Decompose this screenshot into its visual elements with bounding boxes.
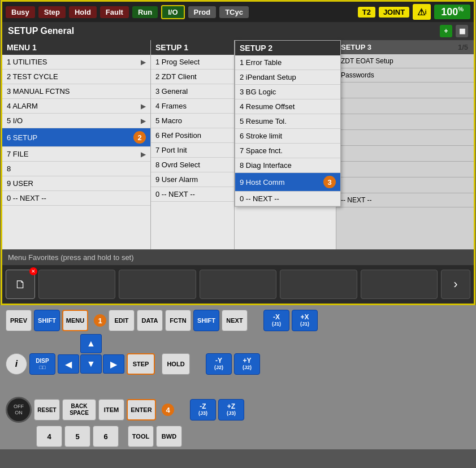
setup1-item-progselect[interactable]: 1 Prog Select xyxy=(151,55,234,70)
menu1-item-utilities[interactable]: 1 UTILITIES ▶ xyxy=(2,55,150,70)
setup3b-item2[interactable]: Passwords xyxy=(336,68,474,83)
setup3b-item1[interactable]: ZDT EOAT Setup xyxy=(336,54,474,68)
plus-icon[interactable]: + xyxy=(440,25,452,37)
minus-z-key[interactable]: -Z (J3) xyxy=(190,399,216,421)
setup3b-item5 xyxy=(336,114,474,130)
arr-right[interactable]: ▶ xyxy=(103,354,124,374)
menu-key[interactable]: MENU xyxy=(62,310,88,331)
setup3b-item6 xyxy=(336,130,474,146)
page-number: 1/5 xyxy=(458,43,468,51)
reset-key[interactable]: RESET xyxy=(34,399,60,421)
arrow-icon: ▶ xyxy=(141,58,146,66)
plus-x-key[interactable]: +X (J1) xyxy=(292,310,318,331)
knob-key[interactable]: OFFON xyxy=(6,397,32,423)
menu1-item-8[interactable]: 8 xyxy=(2,162,150,176)
edit-key[interactable]: EDIT xyxy=(109,310,135,331)
bwd-key[interactable]: BWD xyxy=(156,426,182,447)
menu1-item-alarm[interactable]: 4 ALARM ▶ xyxy=(2,99,150,114)
favorites-label: Menu Favorites (press and hold to set) xyxy=(8,253,134,262)
fault-button[interactable]: Fault xyxy=(100,6,129,18)
item-key[interactable]: ITEM xyxy=(98,399,124,421)
setup2-item-spacefnct[interactable]: 7 Space fnct. xyxy=(235,144,340,158)
prod-button[interactable]: Prod xyxy=(188,6,217,18)
setup3b-item-next[interactable]: -- NEXT -- xyxy=(336,193,474,207)
prev-key[interactable]: PREV xyxy=(6,310,32,331)
menu1-item-next[interactable]: 0 -- NEXT -- xyxy=(2,191,150,206)
menu1-item-file[interactable]: 7 FILE ▶ xyxy=(2,147,150,162)
softkey-3[interactable] xyxy=(119,270,196,299)
tcyc-button[interactable]: TCyc xyxy=(219,6,249,18)
tool-key[interactable]: TOOL xyxy=(128,426,154,447)
arr-down[interactable]: ▼ xyxy=(80,354,102,374)
setup1-item-ovrd[interactable]: 8 Ovrd Select xyxy=(151,158,234,172)
minus-x-key[interactable]: -X (J1) xyxy=(263,310,289,331)
menu-badge-1: 1 xyxy=(94,314,106,327)
screen-title-bar: SETUP General + ▦ xyxy=(2,22,474,40)
fctn-key[interactable]: FCTN xyxy=(165,310,191,331)
menu1-item-testcycle[interactable]: 2 TEST CYCLE xyxy=(2,70,150,84)
setup1-item-general[interactable]: 3 General xyxy=(151,84,234,99)
shift1-key[interactable]: SHIFT xyxy=(34,310,60,331)
run-button[interactable]: Run xyxy=(132,6,158,18)
keyboard-area: PREV SHIFT MENU 1 EDIT DATA FCTN SHIFT N… xyxy=(0,305,476,449)
setup2-item-ipendant[interactable]: 2 iPendant Setup xyxy=(235,70,340,85)
setup1-item-portinit[interactable]: 7 Port Init xyxy=(151,143,234,158)
setup2-item-resumeoffset[interactable]: 4 Resume Offset xyxy=(235,99,340,114)
menu-col2: SETUP 1 1 Prog Select 2 ZDT Client 3 Gen… xyxy=(151,40,235,249)
setup2-item-strokelimit[interactable]: 6 Stroke limit xyxy=(235,129,340,144)
arr-left[interactable]: ◀ xyxy=(58,354,79,374)
menu1-item-io[interactable]: 5 I/O ▶ xyxy=(2,114,150,128)
busy-button[interactable]: Busy xyxy=(6,6,35,18)
kb-row-2: i DISP □□ ▲ ◀ ▼ ▶ STEP HOLD -Y (J2) +Y (… xyxy=(6,334,470,394)
softkey-2[interactable] xyxy=(38,270,115,299)
num4-key[interactable]: 4 xyxy=(36,426,62,447)
setup1-item-useralarm[interactable]: 9 User Alarm xyxy=(151,172,234,187)
hold-key[interactable]: HOLD xyxy=(162,353,190,375)
menu1-item-manual[interactable]: 3 MANUAL FCTNS xyxy=(2,84,150,99)
kb-row-4: 4 5 6 TOOL BWD xyxy=(6,426,470,447)
shift2-key[interactable]: SHIFT xyxy=(193,310,219,331)
setup1-item-zdt[interactable]: 2 ZDT Client xyxy=(151,70,234,84)
setup1-item-next[interactable]: 0 -- NEXT -- xyxy=(151,187,234,202)
softkey-doc-icon[interactable]: 🗋 ✕ xyxy=(6,270,35,299)
plus-z-key[interactable]: +Z (J3) xyxy=(218,399,244,421)
softkey-6[interactable] xyxy=(361,270,438,299)
hold-button[interactable]: Hold xyxy=(69,6,97,18)
step-key[interactable]: STEP xyxy=(127,353,155,375)
backspace-key[interactable]: BACK SPACE xyxy=(62,399,96,421)
setup1-item-macro[interactable]: 5 Macro xyxy=(151,114,234,128)
softkey-next-arrow[interactable]: › xyxy=(441,270,470,299)
softkey-4[interactable] xyxy=(200,270,276,299)
num5-key[interactable]: 5 xyxy=(64,426,90,447)
enter-badge-4: 4 xyxy=(162,404,174,416)
menu1-item-setup[interactable]: 6 SETUP 2 xyxy=(2,128,150,147)
setup1-item-frames[interactable]: 4 Frames xyxy=(151,99,234,114)
setup2-item-errortable[interactable]: 1 Error Table xyxy=(235,55,340,70)
arrow-icon: ▶ xyxy=(141,150,146,158)
kb-row-1: PREV SHIFT MENU 1 EDIT DATA FCTN SHIFT N… xyxy=(6,310,470,331)
plus-y-key[interactable]: +Y (J2) xyxy=(234,353,260,375)
next-key[interactable]: NEXT xyxy=(222,310,248,331)
step-badge-2: 2 xyxy=(133,131,146,144)
step-button[interactable]: Step xyxy=(38,6,66,18)
io-button[interactable]: I/O xyxy=(161,5,184,19)
arr-up[interactable]: ▲ xyxy=(80,334,102,353)
setup2-item-hostcomm[interactable]: 9 Host Comm 3 xyxy=(235,173,340,192)
setup2-item-diaginterface[interactable]: 8 Diag Interface xyxy=(235,158,340,173)
setup2-item-resumetol[interactable]: 5 Resume Tol. xyxy=(235,114,340,129)
data-key[interactable]: DATA xyxy=(137,310,163,331)
minus-y-key[interactable]: -Y (J2) xyxy=(206,353,232,375)
setup1-item-refpos[interactable]: 6 Ref Position xyxy=(151,128,234,143)
grid-icon[interactable]: ▦ xyxy=(456,25,468,37)
disp-key[interactable]: DISP □□ xyxy=(29,353,55,375)
softkey-5[interactable] xyxy=(280,270,357,299)
setup2-item-bglogic[interactable]: 3 BG Logic xyxy=(235,85,340,99)
menu1-item-user[interactable]: 9 USER xyxy=(2,176,150,191)
favorites-bar: Menu Favorites (press and hold to set) xyxy=(2,249,474,265)
setup2-item-next[interactable]: 0 -- NEXT -- xyxy=(235,192,340,206)
warning-icon: ⚠i xyxy=(413,4,431,20)
enter-key[interactable]: ENTER xyxy=(127,399,156,421)
percent-display: 100% xyxy=(434,5,470,20)
info-key[interactable]: i xyxy=(6,353,27,375)
num6-key[interactable]: 6 xyxy=(93,426,119,447)
